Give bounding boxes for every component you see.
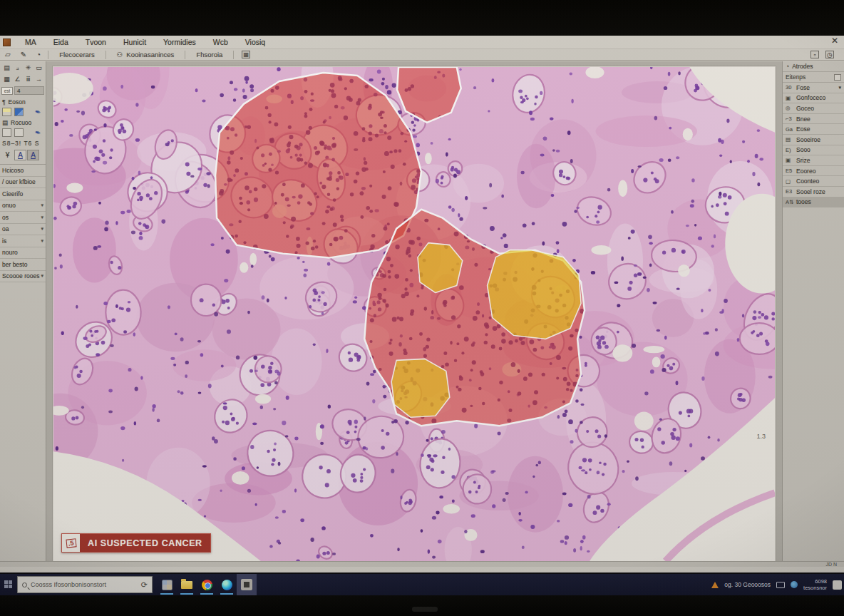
panel-item-label: tooes: [796, 198, 811, 205]
sidebar-item-5[interactable]: oa▾: [0, 224, 46, 236]
slide-viewer-app-icon[interactable]: [237, 574, 257, 595]
menu-items: MAEidaTvoonHunicitYormidiesWcbViosiq: [16, 38, 274, 46]
monitor-photo: MAEidaTvoonHunicitYormidiesWcbViosiq ✕ ▱…: [0, 0, 844, 616]
sidebar-item-0[interactable]: Hcicoso: [0, 165, 46, 177]
sidebar-item-3[interactable]: onuo▾: [0, 200, 46, 212]
close-icon[interactable]: ✕: [831, 36, 838, 46]
tool-icon-1-1[interactable]: ∠: [12, 74, 23, 84]
menu-item-tvoon[interactable]: Tvoon: [77, 38, 115, 46]
font-style-row: S8–3! T6 S: [0, 138, 46, 148]
sidebar-item-1[interactable]: / ouer kfbioe: [0, 177, 46, 189]
menu-item-viosiq[interactable]: Viosiq: [237, 38, 274, 46]
panel-item-gonfoceco[interactable]: ▣Gonfoceco: [783, 93, 844, 104]
window-body: ▤⟓✳▭▦∠ⅲ→ est 4 ¶ Eoson ✒ ▤ Rocuoo: [0, 61, 844, 567]
monitor-brand-logo: [412, 607, 438, 612]
panel-item-icon: ◎: [786, 105, 793, 111]
yellow-swatch-icon[interactable]: [2, 108, 11, 116]
panel-item-sooel-roze[interactable]: E3Sooel roze: [783, 187, 844, 197]
format-button-2[interactable]: A: [27, 150, 39, 160]
format-button-1[interactable]: A: [14, 150, 26, 160]
edge-icon[interactable]: [217, 574, 237, 595]
sidebar-item-4[interactable]: os▾: [0, 212, 46, 224]
sidebar-item-label: Cieerifo: [2, 190, 23, 197]
tool-icon-1-0[interactable]: ▦: [1, 74, 12, 84]
clock[interactable]: 6098 tesonsnor: [803, 578, 827, 591]
unit-box[interactable]: est: [1, 87, 13, 95]
eyedropper-icon[interactable]: ✒: [34, 128, 44, 138]
tool-icon-0-1[interactable]: ⟓: [12, 63, 23, 73]
photos-app-icon[interactable]: [157, 574, 177, 595]
layers-icon[interactable]: [14, 128, 24, 137]
start-button[interactable]: [0, 574, 17, 595]
grid-view-icon[interactable]: ▦: [242, 51, 250, 58]
sidebar-item-2[interactable]: Cieerifo: [0, 188, 46, 200]
panel-item-bnee[interactable]: ⌐3Bnee: [783, 114, 844, 125]
panel-item-coonteo[interactable]: ▢Coonteo: [783, 176, 844, 187]
toolbar-separator: [233, 51, 234, 59]
search-text: Coosss Ifosonbonisonstort: [31, 581, 106, 588]
shield-icon[interactable]: [791, 581, 798, 588]
field-box-icon[interactable]: [834, 74, 841, 81]
whole-slide-image[interactable]: .5 AI SUSPECTED CANCER 1.3: [52, 66, 776, 563]
toolbar-button-1[interactable]: ⚇Kooinasaninces: [108, 51, 183, 58]
refresh-icon[interactable]: ⟳: [141, 580, 148, 590]
sidebar-item-8[interactable]: ber besto: [0, 259, 46, 271]
sidebar-item-9[interactable]: Scoooe rooes▾: [0, 271, 46, 283]
panel-item-goceo[interactable]: ◎Goceo: [783, 103, 844, 114]
menu-item-ma[interactable]: MA: [16, 38, 45, 46]
format-button-0[interactable]: ¥: [1, 150, 14, 160]
taskbar-search[interactable]: Coosss Ifosonbonisonstort ⟳: [17, 576, 153, 593]
panel-item-label: Goceo: [796, 105, 814, 112]
ai-badge-label: AI SUSPECTED CANCER: [80, 534, 210, 552]
panel-item-sooeiroe[interactable]: ▤Sooeiroe: [783, 135, 844, 145]
menu-item-eida[interactable]: Eida: [45, 38, 77, 46]
panel-icon[interactable]: [2, 128, 11, 137]
monitor-bezel-top: [0, 0, 844, 36]
panel-item-eooreo[interactable]: E5Eooreo: [783, 166, 844, 177]
eyedropper-icon[interactable]: ✒: [34, 107, 44, 117]
sidebar-item-7[interactable]: nouro: [0, 247, 46, 260]
menu-item-wcb[interactable]: Wcb: [205, 38, 237, 46]
toolbar-tool-icon-2[interactable]: ◔: [31, 51, 46, 58]
toolbar-button-2[interactable]: Fhsoroia: [187, 51, 231, 58]
toolbar-tool-icon-0[interactable]: ▱: [0, 51, 16, 58]
sidebar-option-list: Hcicoso/ ouer kfbioeCieerifoonuo▾os▾oa▾i…: [0, 164, 46, 282]
toolbar-window-icon-1[interactable]: ◷: [825, 51, 834, 58]
tool-icon-0-3[interactable]: ▭: [34, 63, 44, 73]
tool-icon-1-2[interactable]: ⅲ: [23, 74, 34, 84]
file-explorer-icon[interactable]: [177, 574, 197, 595]
panel-item-eose[interactable]: GaEose: [783, 124, 844, 135]
display-icon[interactable]: [776, 582, 785, 588]
panel-item-icon: ▣: [786, 95, 793, 101]
panel-item-tooes[interactable]: A⇅tooes: [783, 197, 844, 208]
panel-filter-field[interactable]: Eitenps: [783, 72, 844, 83]
menu-item-yormidies[interactable]: Yormidies: [155, 38, 205, 46]
chrome-icon[interactable]: [197, 574, 217, 595]
tool-icon-1-3[interactable]: →: [34, 74, 44, 84]
toolbar: ▱✎◔ Flecocerars⚇KooinasanincesFhsoroia ▦…: [0, 48, 844, 61]
panel-item-icon: 30: [786, 84, 793, 91]
panel-item-sooo[interactable]: E)Sooo: [783, 145, 844, 156]
toolbar-button-label: Flecocerars: [59, 51, 95, 58]
stain-swatches: ✒: [0, 106, 46, 118]
panel-item-label: Fose: [796, 84, 810, 91]
panel-item-srize[interactable]: ▣Srize: [783, 155, 844, 166]
tray-square-icon[interactable]: [833, 580, 842, 590]
paragraph-icon: ¶: [2, 98, 6, 106]
tool-icon-0-0[interactable]: ▤: [1, 63, 12, 73]
tool-icon-0-2[interactable]: ✳: [23, 63, 34, 73]
toolbar-button-0[interactable]: Flecocerars: [51, 51, 103, 58]
panel-header: ◔ Atrodes: [783, 61, 844, 72]
toolbar-window-icon-0[interactable]: ▫: [810, 51, 819, 58]
menu-item-hunicit[interactable]: Hunicit: [115, 38, 155, 46]
blue-swatch-icon[interactable]: [14, 108, 24, 116]
sidebar-item-6[interactable]: is▾: [0, 235, 46, 247]
panel-item-list: 30Fose▾▣Gonfoceco◎Goceo⌐3BneeGaEose▤Sooe…: [783, 83, 844, 207]
value-input[interactable]: 4: [14, 86, 44, 95]
panel-item-icon: ▣: [786, 157, 793, 163]
warning-triangle-icon[interactable]: [711, 582, 719, 588]
panel-item-fose[interactable]: 30Fose▾: [783, 83, 844, 93]
toolbar-tool-icon-1[interactable]: ✎: [16, 51, 31, 58]
status-bar: JD N: [0, 561, 844, 567]
suspect-region-overlay-1: [488, 250, 581, 339]
